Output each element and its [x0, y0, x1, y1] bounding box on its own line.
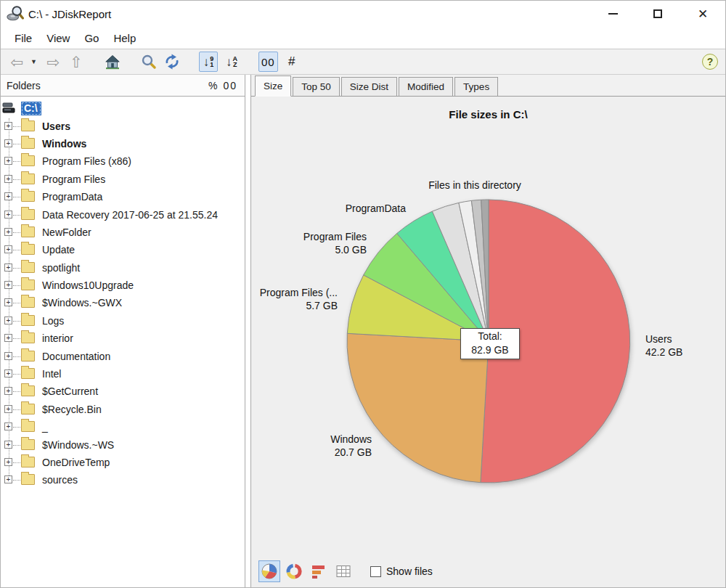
refresh-button[interactable]	[163, 52, 182, 72]
expand-icon[interactable]: +	[4, 458, 12, 466]
tree-connector	[13, 232, 20, 233]
ring-chart-view-button[interactable]	[283, 560, 305, 582]
tree-item[interactable]: +Documentation	[1, 347, 245, 364]
expand-icon[interactable]: +	[4, 422, 12, 430]
expand-icon[interactable]: +	[4, 139, 12, 147]
show-files-checkbox[interactable]	[370, 566, 381, 577]
menu-item-file[interactable]: File	[8, 30, 38, 46]
tree-connector	[13, 409, 20, 410]
menu-bar: FileViewGoHelp	[1, 27, 725, 49]
tree-item[interactable]: +Intel	[1, 365, 245, 383]
tree-root-label: C:\	[21, 102, 41, 115]
pie-chart	[251, 97, 725, 555]
pie-label: Files in this directory	[428, 179, 521, 192]
expand-icon[interactable]: +	[4, 264, 12, 271]
back-history-dropdown[interactable]: ▼	[30, 52, 39, 72]
tree-item[interactable]: +$Recycle.Bin	[1, 401, 245, 418]
sort-alpha-bottom-char: Z	[233, 62, 237, 68]
tree-item[interactable]: +spotlight	[1, 259, 245, 277]
search-icon	[141, 54, 157, 70]
expand-icon[interactable]: +	[4, 352, 12, 360]
folder-icon	[21, 439, 35, 450]
expand-icon[interactable]: +	[4, 317, 12, 324]
tab-types[interactable]: Types	[454, 77, 498, 96]
expand-icon[interactable]: +	[4, 281, 12, 289]
bar-chart-view-button[interactable]	[308, 560, 330, 582]
expand-icon[interactable]: +	[4, 122, 12, 130]
expand-icon[interactable]: +	[4, 369, 12, 377]
tree-item[interactable]: +OneDriveTemp	[1, 454, 245, 471]
tree-item[interactable]: +$Windows.~GWX	[1, 294, 245, 311]
close-button[interactable]: ✕	[680, 1, 725, 27]
tree-item[interactable]: +Program Files (x86)	[1, 152, 245, 170]
expand-icon[interactable]: +	[4, 245, 12, 253]
tree-item[interactable]: +$GetCurrent	[1, 383, 245, 400]
tree-item[interactable]: +ProgramData	[1, 188, 245, 205]
expand-icon[interactable]: +	[4, 334, 12, 342]
tree-connector	[13, 268, 20, 269]
show-count-button[interactable]: #	[282, 52, 301, 72]
tree-item[interactable]: +Update	[1, 241, 245, 258]
back-button[interactable]: ⇦	[7, 52, 26, 72]
folders-header-title: Folders	[7, 80, 41, 91]
expand-icon[interactable]: +	[4, 405, 12, 413]
jdiskreport-window: C:\ - JDiskReport ✕ FileViewGoHelp ⇦ ▼ ⇨…	[0, 0, 726, 588]
folder-icon	[21, 226, 35, 237]
tree-connector	[13, 321, 20, 322]
menu-item-go[interactable]: Go	[78, 30, 105, 46]
table-view-button[interactable]	[333, 560, 354, 582]
pie-label-name: Files in this directory	[428, 179, 521, 192]
tree-item[interactable]: +Users	[1, 117, 245, 134]
expand-icon[interactable]: +	[4, 157, 12, 165]
chart-panel: SizeTop 50Size DistModifiedTypes File si…	[251, 75, 725, 587]
folder-icon	[21, 474, 35, 485]
tab-modified[interactable]: Modified	[399, 77, 453, 96]
expand-icon[interactable]: +	[4, 441, 12, 449]
forward-button[interactable]: ⇨	[44, 52, 62, 72]
tree-item-label: interior	[42, 332, 73, 344]
tree-item[interactable]: +Logs	[1, 312, 245, 330]
tree-item[interactable]: +NewFolder	[1, 224, 245, 241]
expand-icon[interactable]: +	[4, 192, 12, 200]
sort-alphabetical-button[interactable]: ↓ A Z	[222, 52, 241, 72]
menu-item-view[interactable]: View	[40, 30, 76, 46]
expand-icon[interactable]: +	[4, 475, 12, 483]
window-title: C:\ - JDiskReport	[28, 8, 111, 20]
tree-item[interactable]: +Windows10Upgrade	[1, 277, 245, 294]
tree-item[interactable]: +Windows	[1, 135, 245, 152]
tab-size[interactable]: Size	[255, 75, 291, 97]
sort-by-size-button[interactable]: ↓ 9 1	[199, 52, 218, 72]
tree-connector	[13, 197, 20, 197]
tree-root-item[interactable]: C:\	[1, 99, 245, 117]
expand-icon[interactable]: +	[4, 228, 12, 236]
folder-icon	[21, 244, 35, 255]
expand-icon[interactable]: +	[4, 387, 12, 395]
tree-item[interactable]: +$Windows.~WS	[1, 436, 245, 453]
tab-top-50[interactable]: Top 50	[293, 77, 340, 96]
maximize-button[interactable]	[635, 1, 680, 27]
expand-icon[interactable]: +	[4, 211, 12, 219]
up-button[interactable]: ⇧	[67, 52, 86, 72]
tree-item[interactable]: +_	[1, 418, 245, 436]
folder-icon	[21, 262, 35, 273]
search-button[interactable]	[139, 52, 158, 72]
tab-size-dist[interactable]: Size Dist	[341, 77, 397, 96]
tree-item[interactable]: +Program Files	[1, 171, 245, 188]
tree-item-label: $Windows.~GWX	[42, 297, 122, 309]
menu-item-help[interactable]: Help	[107, 30, 142, 46]
ring-chart-icon	[285, 563, 303, 580]
expand-icon[interactable]: +	[4, 175, 12, 183]
tree-item[interactable]: +interior	[1, 330, 245, 347]
show-size-button[interactable]: 00	[258, 52, 278, 72]
help-button[interactable]: ?	[702, 54, 718, 70]
expand-icon[interactable]: +	[4, 298, 12, 306]
tree-item[interactable]: +sources	[1, 471, 245, 489]
minimize-button[interactable]	[590, 1, 635, 27]
home-button[interactable]	[103, 52, 122, 72]
pie-chart-view-button[interactable]	[258, 560, 280, 582]
panel-splitter[interactable]	[245, 75, 251, 587]
tree-item-label: spotlight	[42, 262, 80, 274]
tree-connector	[13, 462, 20, 463]
tree-item[interactable]: +Data Recovery 2017-06-25 at 21.55.24	[1, 205, 245, 223]
app-logo-icon	[7, 5, 24, 23]
